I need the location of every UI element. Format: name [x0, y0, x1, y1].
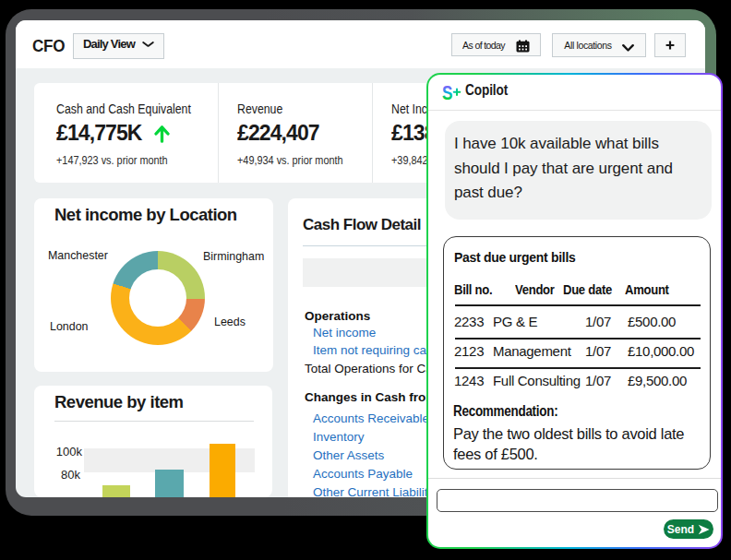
- svg-text:S: S: [442, 81, 452, 104]
